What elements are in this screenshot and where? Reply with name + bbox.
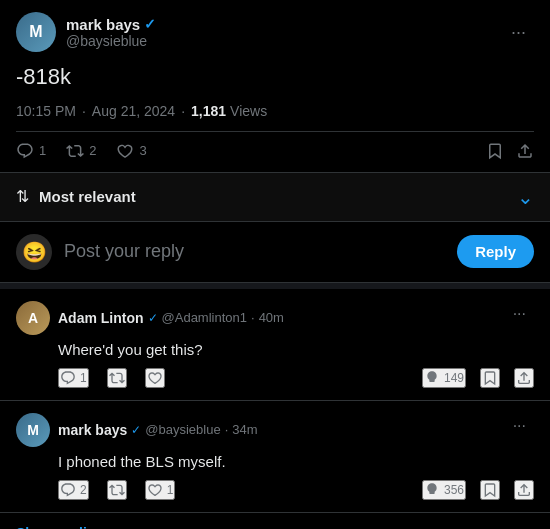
reply-button[interactable]: 1	[16, 142, 46, 160]
comment-like-button[interactable]: 1	[145, 480, 176, 500]
comment-views-button[interactable]: 149	[422, 368, 466, 388]
tweet-header: M mark bays ✓ @baysieblue ···	[16, 12, 534, 52]
comment-time: 40m	[259, 310, 284, 325]
comment-section: A Adam Linton ✓ @Adamlinton1 · 40m ··· W…	[0, 283, 550, 529]
comment-text: I phoned the BLS myself.	[58, 451, 534, 472]
reply-emoji: 😆	[16, 234, 52, 270]
comment-like-button[interactable]	[145, 368, 165, 388]
user-handle[interactable]: @baysieblue	[66, 33, 156, 49]
comment-reply-button[interactable]: 1	[58, 368, 89, 388]
comment-share-button[interactable]	[514, 480, 534, 500]
comment-bookmark-button[interactable]	[480, 480, 500, 500]
comment-time: 34m	[232, 422, 257, 437]
main-tweet: M mark bays ✓ @baysieblue ··· -818k 10:1…	[0, 0, 550, 173]
tweet-content: -818k	[16, 62, 534, 93]
comment-reply-button[interactable]: 2	[58, 480, 89, 500]
comment-dot: ·	[225, 422, 229, 437]
comment-text: Where'd you get this?	[58, 339, 534, 360]
tweet-header-left: M mark bays ✓ @baysieblue	[16, 12, 156, 52]
comment-header: M mark bays ✓ @baysieblue · 34m ···	[16, 413, 534, 447]
comment-body: I phoned the BLS myself. 2 1 356	[58, 451, 534, 500]
comment-reply-count: 1	[80, 371, 87, 385]
reply-box: 😆 Post your reply Reply	[0, 222, 550, 283]
share-button[interactable]	[516, 142, 534, 160]
comment-header: A Adam Linton ✓ @Adamlinton1 · 40m ···	[16, 301, 534, 335]
comment-actions: 1 149	[58, 368, 534, 388]
like-button[interactable]: 3	[116, 142, 146, 160]
comment-display-name[interactable]: mark bays	[58, 422, 127, 438]
chevron-down-icon: ⌄	[517, 185, 534, 209]
comment-retweet-button[interactable]	[107, 480, 127, 500]
comment-views-count: 149	[444, 371, 464, 385]
tweet-time: 10:15 PM	[16, 103, 76, 119]
verified-icon: ✓	[131, 423, 141, 437]
reply-input[interactable]: Post your reply	[64, 241, 445, 262]
tweet-meta: 10:15 PM · Aug 21, 2024 · 1,181 Views	[16, 103, 534, 119]
actions-row: 1 2 3	[16, 131, 534, 172]
retweet-count: 2	[89, 143, 96, 158]
views-count: 1,181	[191, 103, 226, 119]
comment-dot: ·	[251, 310, 255, 325]
more-options-button[interactable]: ···	[505, 413, 534, 439]
avatar[interactable]: M	[16, 12, 56, 52]
more-options-button[interactable]: ···	[503, 18, 534, 47]
comment: A Adam Linton ✓ @Adamlinton1 · 40m ··· W…	[0, 289, 550, 401]
comment-display-name[interactable]: Adam Linton	[58, 310, 144, 326]
comment-share-button[interactable]	[514, 368, 534, 388]
retweet-button[interactable]: 2	[66, 142, 96, 160]
comment-bookmark-button[interactable]	[480, 368, 500, 388]
views-label: Views	[230, 103, 267, 119]
verified-icon: ✓	[148, 311, 158, 325]
comment-handle: @Adamlinton1	[162, 310, 247, 325]
more-options-button[interactable]: ···	[505, 301, 534, 327]
avatar[interactable]: M	[16, 413, 50, 447]
comment-views-button[interactable]: 356	[422, 480, 466, 500]
verified-icon: ✓	[144, 16, 156, 32]
avatar[interactable]: A	[16, 301, 50, 335]
reply-submit-button[interactable]: Reply	[457, 235, 534, 268]
like-count: 3	[139, 143, 146, 158]
comment-like-count: 1	[167, 483, 174, 497]
sort-bar[interactable]: ⇅ Most relevant ⌄	[0, 173, 550, 222]
show-replies-button[interactable]: Show replies	[0, 513, 550, 529]
reply-count: 1	[39, 143, 46, 158]
tweet-date: Aug 21, 2024	[92, 103, 175, 119]
comment-views-count: 356	[444, 483, 464, 497]
comment: M mark bays ✓ @baysieblue · 34m ··· I ph…	[0, 401, 550, 513]
sort-icon: ⇅	[16, 187, 29, 206]
comment-body: Where'd you get this? 1 149	[58, 339, 534, 388]
bookmark-button[interactable]	[486, 142, 504, 160]
comment-handle: @baysieblue	[145, 422, 220, 437]
comment-reply-count: 2	[80, 483, 87, 497]
user-info: mark bays ✓ @baysieblue	[66, 16, 156, 49]
comment-actions: 2 1 356	[58, 480, 534, 500]
sort-label: Most relevant	[39, 188, 136, 205]
display-name[interactable]: mark bays ✓	[66, 16, 156, 33]
comment-retweet-button[interactable]	[107, 368, 127, 388]
